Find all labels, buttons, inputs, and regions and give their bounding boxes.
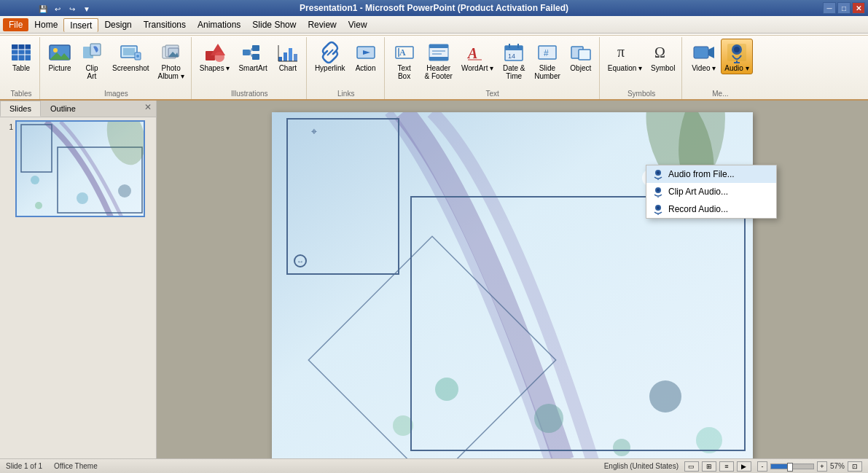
zoom-in-button[interactable]: + [817, 461, 827, 472]
links-group-label: Links [337, 88, 354, 98]
svg-point-22 [214, 52, 224, 62]
datetime-button[interactable]: 14 Date &Time [498, 39, 529, 82]
menu-bar: File Home Insert Design Transitions Anim… [0, 16, 868, 34]
minimize-button[interactable]: ─ [823, 2, 836, 14]
slide-thumbnail-area: 1 [0, 117, 156, 472]
svg-point-15 [136, 55, 139, 58]
smartart-button[interactable]: SmartArt [235, 39, 270, 74]
view-slide-sorter-button[interactable]: ⊞ [702, 461, 716, 472]
view-slideshow-button[interactable]: ▶ [737, 461, 751, 472]
undo-button[interactable]: ↩ [51, 3, 64, 15]
textbox-button[interactable]: A TextBox [389, 39, 420, 82]
redo-button[interactable]: ↪ [66, 3, 79, 15]
close-button[interactable]: ✕ [852, 2, 865, 14]
ribbon-group-links: Hyperlink Action Links [308, 37, 385, 99]
slidenumber-button[interactable]: # SlideNumber [531, 39, 564, 82]
table-button[interactable]: Table [6, 39, 36, 74]
record-audio-item[interactable]: Record Audio... [646, 200, 776, 218]
maximize-button[interactable]: □ [837, 2, 851, 14]
slidenumber-label: SlideNumber [534, 64, 560, 80]
svg-marker-59 [708, 47, 714, 58]
ribbon-group-illustrations: Shapes ▾ SmartArt [193, 37, 307, 99]
chart-button[interactable]: Chart [273, 39, 303, 74]
svg-text:π: π [617, 44, 625, 60]
svg-rect-31 [294, 54, 297, 61]
svg-text:14: 14 [508, 52, 515, 60]
svg-rect-24 [252, 45, 259, 51]
shapes-button[interactable]: Shapes ▾ [196, 39, 234, 74]
video-button[interactable]: Video ▾ [688, 39, 719, 74]
customize-qa-button[interactable]: ▼ [80, 3, 93, 15]
record-audio-icon [652, 203, 664, 215]
menu-animations[interactable]: Animations [192, 18, 246, 31]
quick-access-toolbar[interactable]: 💾 ↩ ↪ ▼ [36, 3, 93, 15]
picture-button[interactable]: Picture [44, 39, 75, 74]
menu-review[interactable]: Review [302, 18, 342, 31]
fit-window-button[interactable]: ⊡ [848, 461, 862, 472]
svg-text:A: A [399, 47, 406, 58]
window-controls[interactable]: ─ □ ✕ [823, 2, 865, 14]
picture-label: Picture [48, 64, 71, 72]
equation-button[interactable]: π Equation ▾ [604, 39, 646, 74]
svg-point-72 [35, 202, 42, 209]
audio-from-file-label: Audio from File... [668, 169, 735, 179]
action-button[interactable]: Action [351, 39, 381, 74]
photoalbum-button[interactable]: PhotoAlbum ▾ [155, 39, 188, 82]
clipart-button[interactable]: ClipArt [77, 39, 107, 82]
svg-line-34 [327, 50, 333, 55]
zoom-out-button[interactable]: - [757, 461, 767, 472]
canvas-area[interactable]: ⌖ ↔ Audio from File... [157, 101, 868, 472]
hyperlink-button[interactable]: Hyperlink [311, 39, 349, 74]
svg-line-26 [250, 48, 252, 52]
headerfooter-label: Header& Footer [425, 64, 453, 80]
headerfooter-button[interactable]: Header& Footer [421, 39, 456, 82]
menu-transitions[interactable]: Transitions [138, 18, 192, 31]
zoom-slider[interactable] [770, 464, 814, 469]
svg-point-8 [53, 48, 58, 52]
video-label: Video ▾ [692, 64, 716, 72]
svg-text:Ω: Ω [654, 44, 665, 60]
svg-rect-29 [284, 52, 287, 61]
view-normal-button[interactable]: ▭ [684, 461, 699, 472]
corner-resize-icon[interactable]: ↔ [294, 254, 307, 267]
list-item[interactable]: 1 [3, 120, 153, 217]
save-button[interactable]: 💾 [36, 3, 50, 15]
slide-textbox-main[interactable] [410, 196, 746, 451]
object-button[interactable]: Object [566, 39, 596, 74]
zoom-level: 57% [830, 462, 845, 470]
media-group-label: Me... [712, 88, 728, 98]
slide-info: Slide 1 of 1 [6, 462, 42, 470]
symbol-button[interactable]: Ω Symbol [647, 39, 679, 74]
view-reading-button[interactable]: ≡ [719, 461, 734, 472]
window-title: Presentation1 - Microsoft PowerPoint (Pr… [300, 3, 568, 13]
svg-point-69 [31, 176, 39, 184]
svg-point-94 [657, 189, 660, 192]
smartart-label: SmartArt [238, 64, 267, 72]
screenshot-button[interactable]: Screenshot [109, 39, 153, 74]
menu-slideshow[interactable]: Slide Show [246, 18, 302, 31]
menu-file[interactable]: File [3, 18, 28, 31]
slide-thumbnail[interactable] [15, 120, 145, 217]
chart-label: Chart [279, 64, 297, 72]
slide-textbox-top[interactable]: ⌖ ↔ [286, 118, 399, 275]
wordart-button[interactable]: A WordArt ▾ [458, 39, 497, 74]
sidebar-close-button[interactable]: ✕ [140, 101, 156, 117]
svg-rect-42 [429, 57, 448, 60]
title-bar: 💾 ↩ ↪ ▼ Presentation1 - Microsoft PowerP… [0, 0, 868, 16]
audio-from-file-item[interactable]: Audio from File... [646, 165, 776, 183]
svg-text:#: # [544, 48, 549, 58]
menu-home[interactable]: Home [28, 18, 63, 31]
zoom-slider-thumb[interactable] [787, 463, 793, 472]
clip-art-audio-item[interactable]: Clip Art Audio... [646, 183, 776, 200]
menu-insert[interactable]: Insert [63, 18, 98, 32]
equation-label: Equation ▾ [608, 64, 642, 72]
textbox-label: TextBox [397, 64, 410, 80]
menu-view[interactable]: View [343, 18, 373, 31]
tab-outline[interactable]: Outline [41, 101, 85, 117]
menu-design[interactable]: Design [98, 18, 137, 31]
tab-slides[interactable]: Slides [0, 101, 41, 117]
ribbon-group-tables: Table Tables [3, 37, 40, 99]
svg-rect-30 [289, 48, 292, 61]
audio-button[interactable]: Audio ▾ [721, 39, 752, 74]
action-label: Action [356, 64, 376, 72]
